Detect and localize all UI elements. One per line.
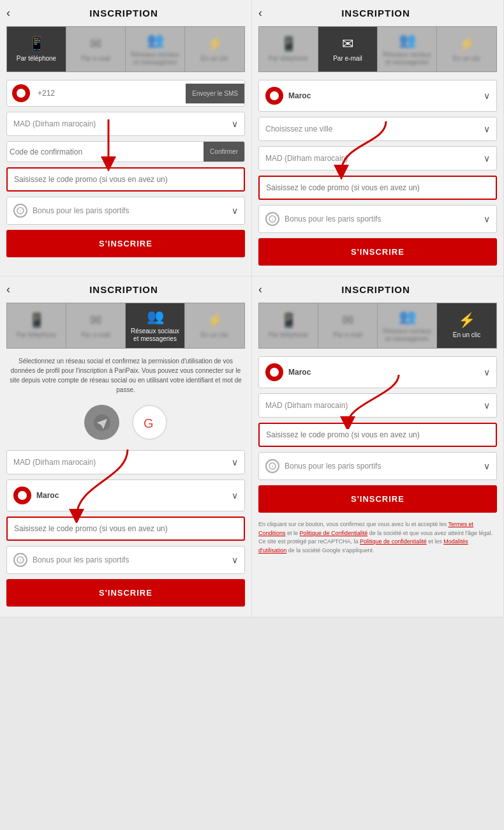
bonus-icon-2: i <box>265 212 279 226</box>
back-button-3[interactable]: ‹ <box>6 283 10 296</box>
currency-chevron-3: ∨ <box>232 457 238 467</box>
footer-text-4: En cliquant sur ce bouton, vous confirme… <box>258 520 497 555</box>
bonus-label-1: Bonus pour les paris sportifs <box>33 206 232 215</box>
inscribe-button-3[interactable]: S'INSCRIRE <box>6 579 245 607</box>
tab-social-1[interactable]: 👥 Réseaux sociaux et messageries <box>126 27 185 72</box>
email-icon-3: ✉ <box>90 312 101 329</box>
bonus-chevron-1: ∨ <box>232 206 238 216</box>
tab-row-3: 📱 Par téléphone ✉ Par e-mail 👥 Réseaux s… <box>6 303 245 349</box>
promo-container-2 <box>258 176 497 205</box>
inscribe-button-1[interactable]: S'INSCRIRE <box>6 230 245 257</box>
bonus-row-3[interactable]: i Bonus pour les paris sportifs ∨ <box>6 546 245 574</box>
flag-icon-3 <box>13 487 31 504</box>
panel-title-1: INSCRIPTION <box>15 8 232 19</box>
panel-header-1: ‹ INSCRIPTION <box>6 6 245 20</box>
footer-link-privacy2[interactable]: Politique de confidentialité <box>360 538 427 545</box>
country-chevron-2: ∨ <box>484 91 490 101</box>
bonus-row-2[interactable]: i Bonus pour les paris sportifs ∨ <box>258 205 497 233</box>
bonus-icon-3: i <box>13 553 27 567</box>
tab-social-2[interactable]: 👥 Réseaux sociaux et messageries <box>378 27 437 72</box>
footer-text-4a: En cliquant sur ce bouton, vous confirme… <box>258 521 447 527</box>
tab-social-label-2: Réseaux sociaux et messageries <box>380 51 434 66</box>
tab-email-label-3: Par e-mail <box>81 331 110 339</box>
svg-text:i: i <box>20 558 21 562</box>
inscribe-button-2[interactable]: S'INSCRIRE <box>258 238 497 266</box>
tab-telephone-1[interactable]: 📱 Par téléphone <box>7 27 66 72</box>
tab-telephone-label-1: Par téléphone <box>17 55 56 63</box>
city-label-2: Choisissez une ville <box>265 124 484 133</box>
social-icon-3: 👥 <box>147 308 164 325</box>
send-sms-button[interactable]: Envoyer le SMS <box>186 84 244 103</box>
panel-header-3: ‹ INSCRIPTION <box>6 283 245 296</box>
footer-link-privacy[interactable]: Politique de Confidentialité <box>300 530 368 536</box>
promo-input-1[interactable] <box>6 167 245 192</box>
tab-email-1[interactable]: ✉ Par e-mail <box>66 27 126 72</box>
footer-text-4c: de la société et que vous avez atteint l… <box>369 530 493 536</box>
phone-icon-3: 📱 <box>28 312 45 329</box>
footer-text-4d: Ce site est protégé par reCAPTCHA, la <box>258 538 359 545</box>
flag-icon-4 <box>265 363 283 381</box>
tab-oneclick-1[interactable]: ⚡ En un clic <box>185 27 244 72</box>
tab-email-label-4: Par e-mail <box>333 331 362 339</box>
phone-field-row: Envoyer le SMS <box>6 80 245 107</box>
social-icon-2: 👥 <box>399 32 416 49</box>
city-dropdown-2[interactable]: Choisissez une ville ∨ <box>258 117 497 141</box>
confirm-code-input[interactable] <box>7 142 204 162</box>
tab-email-4[interactable]: ✉ Par e-mail <box>318 303 378 348</box>
promo-input-4[interactable] <box>258 423 497 447</box>
country-dropdown-3[interactable]: Maroc ∨ <box>6 479 245 511</box>
panel-email: ‹ INSCRIPTION 📱 Par téléphone ✉ Par e-ma… <box>252 0 504 276</box>
tab-oneclick-4[interactable]: ⚡ En un clic <box>437 303 496 348</box>
tab-telephone-3[interactable]: 📱 Par téléphone <box>7 303 66 348</box>
bonus-row-1[interactable]: i Bonus pour les paris sportifs ∨ <box>6 197 245 225</box>
google-button[interactable]: G <box>132 405 167 440</box>
tab-social-label-1: Réseaux sociaux et messageries <box>128 51 182 66</box>
bonus-chevron-4: ∨ <box>484 461 490 471</box>
country-dropdown-2[interactable]: Maroc ∨ <box>258 80 497 112</box>
social-icon-1: 👥 <box>147 32 164 49</box>
tab-social-4[interactable]: 👥 Réseaux sociaux et messageries <box>378 303 437 348</box>
confirm-button[interactable]: Confirmer <box>204 142 244 162</box>
footer-text-4e: et les <box>428 538 442 545</box>
country-chevron-4: ∨ <box>484 367 490 377</box>
tab-social-3[interactable]: 👥 Réseaux sociaux et messageries <box>126 303 185 348</box>
tab-email-3[interactable]: ✉ Par e-mail <box>66 303 126 348</box>
tab-social-label-3: Réseaux sociaux et messageries <box>128 328 182 343</box>
email-icon-4: ✉ <box>342 312 353 329</box>
phone-input[interactable] <box>35 84 186 103</box>
promo-input-2[interactable] <box>258 176 497 200</box>
tab-oneclick-3[interactable]: ⚡ En un clic <box>185 303 244 348</box>
bonus-row-4[interactable]: i Bonus pour les paris sportifs ∨ <box>258 452 497 480</box>
inscribe-button-4[interactable]: S'INSCRIRE <box>258 485 497 513</box>
currency-dropdown-3[interactable]: MAD (Dirham marocain) ∨ <box>6 450 245 474</box>
lightning-icon-4: ⚡ <box>458 312 475 329</box>
tab-row-2: 📱 Par téléphone ✉ Par e-mail 👥 Réseaux s… <box>258 26 497 72</box>
tab-telephone-label-4: Par téléphone <box>269 331 308 339</box>
promo-container-4 <box>258 423 497 452</box>
back-button-2[interactable]: ‹ <box>258 6 262 20</box>
back-button-4[interactable]: ‹ <box>258 283 262 296</box>
lightning-icon-3: ⚡ <box>206 312 223 329</box>
tab-telephone-4[interactable]: 📱 Par téléphone <box>259 303 318 348</box>
flag-icon-1 <box>12 84 30 102</box>
bonus-label-3: Bonus pour les paris sportifs <box>33 555 232 564</box>
tab-oneclick-label-4: En un clic <box>453 331 480 339</box>
back-button-1[interactable]: ‹ <box>6 6 10 20</box>
currency-dropdown-2[interactable]: MAD (Dirham marocain) ∨ <box>258 146 497 170</box>
promo-input-3[interactable] <box>6 517 245 541</box>
city-chevron-2: ∨ <box>484 124 490 134</box>
tab-email-label-2: Par e-mail <box>333 55 362 63</box>
tab-telephone-2[interactable]: 📱 Par téléphone <box>259 27 318 72</box>
tab-oneclick-label-3: En un clic <box>201 331 228 339</box>
tab-oneclick-2[interactable]: ⚡ En un clic <box>437 27 496 72</box>
telegram-button[interactable] <box>84 405 119 440</box>
currency-dropdown-1[interactable]: MAD (Dirham marocain) ∨ <box>6 112 245 136</box>
svg-text:i: i <box>20 209 21 213</box>
bonus-chevron-2: ∨ <box>484 214 490 224</box>
currency-dropdown-4[interactable]: MAD (Dirham marocain) ∨ <box>258 393 497 418</box>
social-icon-4: 👥 <box>399 308 416 325</box>
tab-social-label-4: Réseaux sociaux et messageries <box>380 328 434 343</box>
country-dropdown-4[interactable]: Maroc ∨ <box>258 356 497 388</box>
confirm-code-row: Confirmer <box>6 141 245 162</box>
tab-email-2[interactable]: ✉ Par e-mail <box>318 27 378 72</box>
